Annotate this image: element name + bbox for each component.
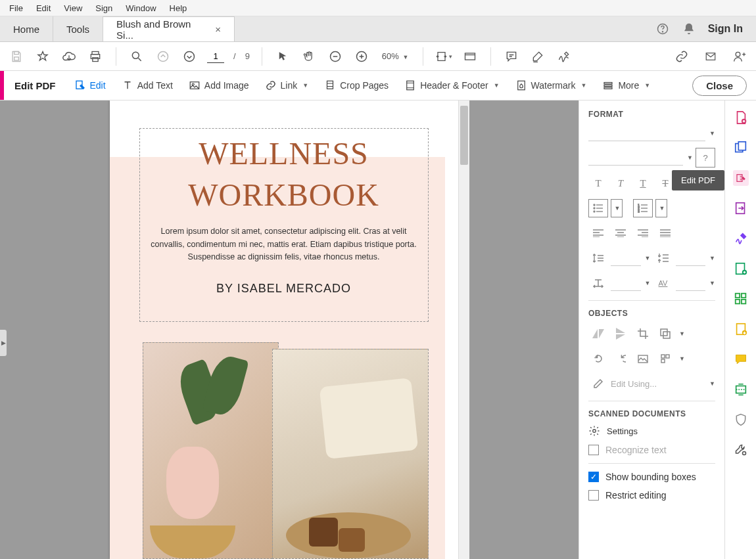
menu-view[interactable]: View <box>57 1 89 15</box>
numbered-dropdown-icon[interactable]: ▼ <box>655 199 667 217</box>
text-regular-icon[interactable]: T <box>588 174 608 192</box>
left-panel-expand-handle[interactable]: ▶ <box>0 330 7 356</box>
notifications-icon[interactable] <box>682 22 696 36</box>
header-footer-button[interactable]: Header & Footer▼ <box>396 71 507 100</box>
horizontal-scale-icon[interactable] <box>588 274 608 292</box>
rotate-ccw-icon[interactable] <box>588 349 608 368</box>
sign-icon[interactable] <box>555 48 573 65</box>
link-share-icon[interactable] <box>673 48 690 65</box>
numbered-list-icon[interactable]: 123 <box>633 199 653 217</box>
page-number-input[interactable] <box>207 50 224 63</box>
font-style-select[interactable] <box>588 150 683 166</box>
page-up-icon[interactable] <box>154 48 172 65</box>
font-family-select[interactable] <box>588 125 705 141</box>
compress-pdf-icon[interactable] <box>733 321 749 337</box>
fill-sign-icon[interactable] <box>733 231 749 246</box>
menu-file[interactable]: File <box>3 1 30 15</box>
image-left-box[interactable] <box>143 342 279 559</box>
comment-icon[interactable] <box>503 48 520 65</box>
restrict-editing-checkbox[interactable]: Restrict editing <box>588 490 715 501</box>
edit-pdf-rail-icon[interactable] <box>733 170 749 186</box>
svg-point-25 <box>594 204 595 206</box>
pointer-icon[interactable] <box>274 48 291 65</box>
link-button[interactable]: Link▼ <box>257 71 317 100</box>
menu-window[interactable]: Window <box>119 1 162 15</box>
char-spacing-icon[interactable]: AV <box>653 274 673 292</box>
show-bounding-checkbox[interactable]: ✓ Show bounding boxes <box>588 472 715 482</box>
image-right-box[interactable] <box>272 349 429 559</box>
export-pdf-icon[interactable] <box>733 200 749 216</box>
tab-tools[interactable]: Tools <box>53 16 103 41</box>
zoom-in-icon[interactable] <box>353 48 370 65</box>
menu-help[interactable]: Help <box>163 1 194 15</box>
add-image-button[interactable]: Add Image <box>181 71 257 100</box>
edit-tool-button[interactable]: Edit <box>66 71 114 100</box>
arrange-icon[interactable] <box>655 324 675 343</box>
crop-object-icon[interactable] <box>633 324 653 343</box>
help-icon[interactable] <box>655 22 670 36</box>
tab-home[interactable]: Home <box>0 16 53 41</box>
protect-icon[interactable] <box>733 412 749 428</box>
close-tab-icon[interactable]: × <box>215 24 221 35</box>
organize-pages-icon[interactable] <box>733 291 749 307</box>
zoom-out-icon[interactable] <box>327 48 344 65</box>
align-right-icon[interactable] <box>633 224 653 242</box>
star-icon[interactable] <box>34 48 51 65</box>
flip-vertical-icon[interactable] <box>611 324 630 343</box>
align-objects-icon[interactable] <box>655 349 675 368</box>
more-tools-icon[interactable] <box>733 442 749 458</box>
save-icon[interactable] <box>8 48 25 65</box>
svg-rect-6 <box>93 57 98 61</box>
sign-in-button[interactable]: Sign In <box>708 23 743 35</box>
combine-files-icon[interactable] <box>733 140 749 156</box>
zoom-select[interactable]: 60% ▼ <box>379 50 412 62</box>
replace-image-icon[interactable] <box>633 349 653 368</box>
email-icon[interactable] <box>702 48 719 65</box>
align-justify-icon[interactable] <box>655 224 675 242</box>
menu-edit[interactable]: Edit <box>30 1 57 15</box>
settings-button[interactable]: Settings <box>588 425 715 437</box>
scrollbar-thumb[interactable] <box>460 106 468 165</box>
comment-rail-icon[interactable] <box>733 351 749 367</box>
share-people-icon[interactable] <box>731 48 748 65</box>
horizontal-scale-select[interactable] <box>611 275 641 291</box>
title-text-box[interactable]: WELLNESS WORKBOOK Lorem ipsum dolor sit … <box>139 128 429 322</box>
hand-icon[interactable] <box>300 48 318 65</box>
align-left-icon[interactable] <box>588 224 608 242</box>
char-spacing-select[interactable] <box>676 275 706 291</box>
search-icon[interactable] <box>128 48 145 65</box>
add-text-button[interactable]: Add Text <box>114 71 181 100</box>
bullet-list-icon[interactable] <box>588 199 608 217</box>
document-page[interactable]: WELLNESS WORKBOOK Lorem ipsum dolor sit … <box>110 101 458 559</box>
text-italic-icon[interactable]: T <box>611 174 630 192</box>
line-spacing-select[interactable] <box>611 250 641 266</box>
page-display-icon[interactable] <box>461 48 479 65</box>
line-spacing-icon[interactable] <box>588 249 608 267</box>
document-area[interactable]: ▶ WELLNESS WORKBOOK Lorem ipsum dolor si… <box>0 101 579 559</box>
flip-horizontal-icon[interactable] <box>588 324 608 343</box>
close-edit-button[interactable]: Close <box>692 76 747 96</box>
watermark-button[interactable]: Watermark▼ <box>508 71 595 100</box>
print-icon[interactable] <box>87 48 104 65</box>
bullet-dropdown-icon[interactable]: ▼ <box>611 199 623 217</box>
highlight-icon[interactable] <box>529 48 546 65</box>
edit-pdf-toolbar: Edit PDF Edit Add Text Add Image Link▼ C… <box>0 71 756 101</box>
format-panel-collapse-handle[interactable]: ▶ <box>579 321 579 347</box>
text-underline-icon[interactable]: T <box>633 174 653 192</box>
page-down-icon[interactable] <box>181 48 198 65</box>
create-pdf-icon[interactable] <box>733 110 749 125</box>
paragraph-spacing-icon[interactable] <box>653 249 673 267</box>
tab-document[interactable]: Blush and Brown Si... × <box>103 16 235 41</box>
scan-ocr-icon[interactable] <box>733 382 749 397</box>
more-button[interactable]: More▼ <box>594 71 658 100</box>
rotate-cw-icon[interactable] <box>611 349 630 368</box>
request-sign-icon[interactable] <box>733 261 749 277</box>
crop-pages-button[interactable]: Crop Pages <box>316 71 396 100</box>
menu-sign[interactable]: Sign <box>89 1 119 15</box>
fit-width-icon[interactable]: ▾ <box>435 48 452 65</box>
document-scrollbar[interactable] <box>458 101 469 559</box>
cloud-icon[interactable] <box>60 48 78 65</box>
align-center-icon[interactable] <box>611 224 630 242</box>
font-help-icon[interactable]: ? <box>696 148 715 168</box>
paragraph-spacing-select[interactable] <box>676 250 706 266</box>
